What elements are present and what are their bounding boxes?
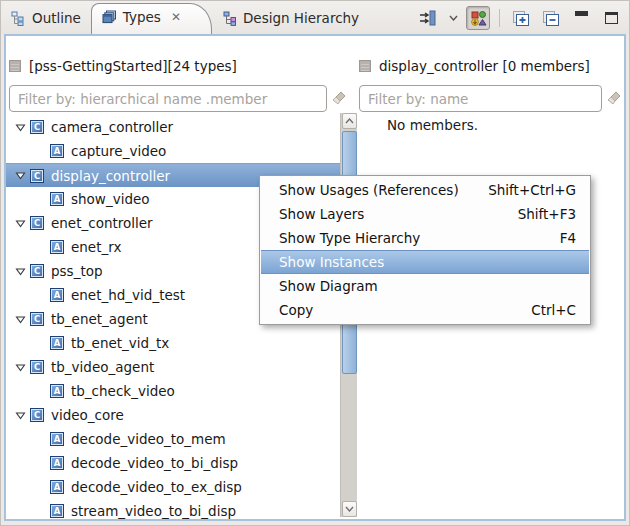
members-filter-input[interactable]	[359, 85, 602, 112]
design-hierarchy-icon	[222, 11, 237, 26]
view-content: [pss-GettingStarted][24 types] Ccamera_c…	[4, 34, 626, 521]
menu-item-shortcut: F4	[560, 230, 576, 246]
component-icon: C	[30, 120, 44, 134]
menu-item[interactable]: Show Usages (References)Shift+Ctrl+G	[261, 178, 589, 202]
menu-item-label: Show Diagram	[279, 278, 576, 294]
menu-item[interactable]: CopyCtrl+C	[261, 298, 589, 322]
tree-item[interactable]: Atb_check_video	[6, 379, 340, 403]
view-toolbar	[416, 5, 623, 31]
menu-item-label: Show Usages (References)	[279, 182, 488, 198]
tab-types-label: Types	[123, 9, 161, 25]
tree-item-label: display_controller	[51, 168, 170, 184]
menu-item-label: Show Instances	[279, 254, 576, 270]
tree-item-label: tb_enet_agent	[51, 311, 148, 327]
component-icon: C	[30, 408, 44, 422]
tree-item[interactable]: Adecode_video_to_mem	[6, 427, 340, 451]
menu-item-label: Show Layers	[279, 206, 518, 222]
component-icon: C	[30, 264, 44, 278]
expander-triangle-icon[interactable]	[10, 218, 30, 229]
tab-design-hierarchy[interactable]: Design Hierarchy	[212, 5, 369, 34]
action-icon: A	[50, 480, 64, 494]
types-icon	[102, 10, 117, 25]
filters-icon	[419, 10, 437, 26]
tree-item-label: stream_video_to_bi_disp	[71, 503, 236, 519]
tree-item-label: tb_check_video	[71, 383, 175, 399]
maximize-icon	[605, 12, 618, 24]
maximize-button[interactable]	[599, 6, 623, 30]
tree-item[interactable]: Adecode_video_to_bi_disp	[6, 451, 340, 475]
tree-item-label: camera_controller	[51, 119, 173, 135]
clear-filter-icon[interactable]	[606, 89, 624, 107]
close-icon[interactable]: ✕	[171, 11, 181, 23]
expand-all-icon	[512, 10, 530, 27]
component-icon: C	[30, 360, 44, 374]
tab-design-hierarchy-label: Design Hierarchy	[243, 10, 359, 26]
menu-item[interactable]: Show LayersShift+F3	[261, 202, 589, 226]
scroll-up-icon[interactable]	[342, 113, 357, 129]
tree-item-label: pss_top	[51, 263, 103, 279]
tree-item[interactable]: Adecode_video_to_ex_disp	[6, 475, 340, 499]
expander-triangle-icon[interactable]	[10, 170, 30, 181]
action-icon: A	[50, 456, 64, 470]
menu-item[interactable]: Show Diagram	[261, 274, 589, 298]
action-icon: A	[50, 336, 64, 350]
collapse-all-button[interactable]	[539, 6, 563, 30]
tree-item[interactable]: Atb_enet_vid_tx	[6, 331, 340, 355]
tree-item-label: video_core	[51, 407, 124, 423]
expander-triangle-icon[interactable]	[10, 122, 30, 133]
members-panel-header: display_controller [0 members]	[359, 58, 590, 74]
tab-outline[interactable]: Outline	[1, 5, 91, 34]
tree-item[interactable]: Cvideo_core	[6, 403, 340, 427]
tree-item[interactable]: Ccamera_controller	[6, 115, 340, 139]
toolbar-separator	[499, 9, 500, 27]
link-with-editor-button[interactable]	[466, 6, 490, 30]
types-panel-title: [pss-GettingStarted][24 types]	[29, 58, 237, 74]
tree-item-label: decode_video_to_mem	[71, 431, 226, 447]
menu-item-label: Show Type Hierarchy	[279, 230, 560, 246]
context-menu: Show Usages (References)Shift+Ctrl+GShow…	[259, 175, 591, 325]
tree-item-label: decode_video_to_bi_disp	[71, 455, 238, 471]
tree-item[interactable]: Acapture_video	[6, 139, 340, 163]
tree-item-label: tb_enet_vid_tx	[71, 335, 169, 351]
action-icon: A	[50, 432, 64, 446]
tab-types[interactable]: Types ✕	[91, 3, 212, 34]
link-with-editor-icon	[470, 10, 487, 27]
filters-dropdown-button[interactable]	[446, 6, 460, 30]
menu-item-shortcut: Ctrl+C	[531, 302, 576, 318]
tree-item-label: enet_controller	[51, 215, 153, 231]
minimize-icon	[575, 11, 588, 16]
expander-triangle-icon[interactable]	[10, 314, 30, 325]
tree-item-label: tb_video_agent	[51, 359, 154, 375]
scroll-down-icon[interactable]	[342, 501, 357, 517]
filters-button[interactable]	[416, 6, 440, 30]
tree-item-label: capture_video	[71, 143, 166, 159]
menu-item[interactable]: Show Instances	[261, 250, 589, 274]
tree-item-label: enet_rx	[71, 239, 121, 255]
tree-item-label: enet_hd_vid_test	[71, 287, 185, 303]
view-tab-bar: Outline Types ✕	[1, 1, 629, 34]
outline-icon	[11, 11, 26, 26]
types-view-window: Outline Types ✕	[0, 0, 630, 526]
expander-triangle-icon[interactable]	[10, 410, 30, 421]
tab-outline-label: Outline	[32, 10, 81, 26]
action-icon: A	[50, 288, 64, 302]
no-members-text: No members.	[387, 117, 478, 133]
expander-triangle-icon[interactable]	[10, 266, 30, 277]
clear-filter-icon[interactable]	[331, 89, 349, 107]
menu-item-shortcut: Shift+Ctrl+G	[488, 182, 576, 198]
tree-item[interactable]: Astream_video_to_bi_disp	[6, 499, 340, 519]
members-panel-title: display_controller [0 members]	[379, 58, 590, 74]
action-icon: A	[50, 504, 64, 518]
minimize-button[interactable]	[569, 6, 593, 30]
types-panel-header: [pss-GettingStarted][24 types]	[9, 58, 237, 74]
expand-all-button[interactable]	[509, 6, 533, 30]
tree-item[interactable]: Ctb_video_agent	[6, 355, 340, 379]
tree-item-label: decode_video_to_ex_disp	[71, 479, 242, 495]
action-icon: A	[50, 240, 64, 254]
component-icon: C	[30, 216, 44, 230]
action-icon: A	[50, 192, 64, 206]
tree-item-label: show_video	[71, 191, 150, 207]
types-filter-input[interactable]	[9, 85, 327, 112]
expander-triangle-icon[interactable]	[10, 362, 30, 373]
menu-item[interactable]: Show Type HierarchyF4	[261, 226, 589, 250]
